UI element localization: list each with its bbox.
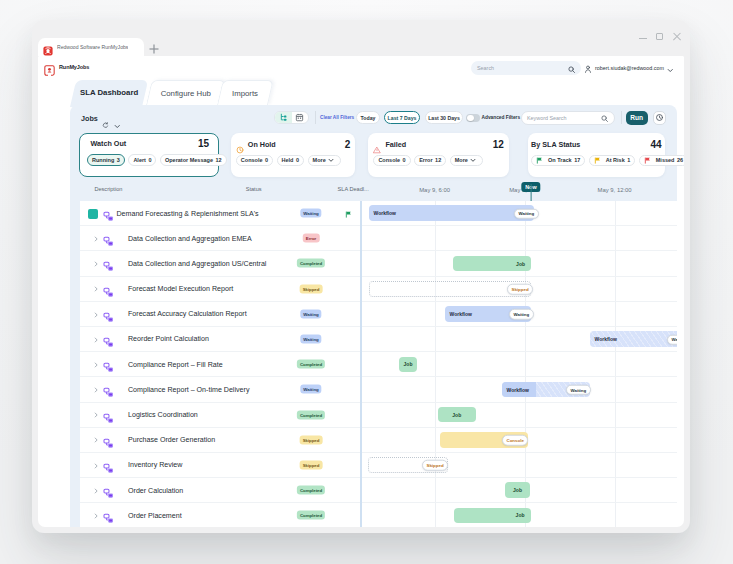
gantt-bar-label: Job bbox=[404, 361, 413, 367]
filter-pill-alert[interactable]: Alert0 bbox=[128, 154, 156, 166]
expand-chevron-icon[interactable] bbox=[93, 362, 99, 368]
calendar-view-button[interactable] bbox=[292, 112, 309, 123]
filter-pill-on-track[interactable]: On Track17 bbox=[531, 155, 585, 167]
running-indicator-icon[interactable] bbox=[88, 209, 98, 219]
pill-label: Missed bbox=[656, 157, 675, 163]
expand-chevron-icon[interactable] bbox=[93, 236, 99, 242]
card-failed[interactable]: Failed12Console0Error12More bbox=[368, 133, 509, 177]
pill-label: Console bbox=[378, 157, 400, 163]
user-icon bbox=[584, 59, 592, 77]
tab-configure-hub[interactable]: Configure Hub bbox=[146, 80, 226, 105]
close-icon[interactable] bbox=[672, 32, 681, 41]
expand-chevron-icon[interactable] bbox=[93, 261, 99, 267]
gantt-status-pill: Waiting bbox=[667, 334, 677, 345]
filter-pill-at-risk[interactable]: At Risk1 bbox=[589, 155, 636, 167]
gantt-bar-workflow[interactable]: Workflow bbox=[369, 205, 534, 221]
filter-pill-more[interactable]: More bbox=[308, 155, 342, 167]
column-header-sla-deadl-: SLA Deadl... bbox=[338, 186, 369, 192]
gantt-status-pill: Waiting bbox=[509, 309, 534, 320]
refresh-icon[interactable] bbox=[102, 115, 109, 133]
gantt-bar-label: Workflow bbox=[369, 210, 396, 216]
gantt-bar-label: Job bbox=[516, 261, 531, 267]
run-button[interactable]: Run bbox=[626, 111, 648, 125]
card-by-sla-status[interactable]: By SLA Status44On Track17At Risk1Missed2… bbox=[528, 133, 666, 177]
account-menu[interactable]: robert.siudak@redwood.com bbox=[584, 60, 674, 76]
status-badge: Completed bbox=[297, 511, 325, 520]
gantt-bar-job[interactable]: Job bbox=[454, 508, 531, 524]
gantt-bar-workflow-future[interactable]: Workflow bbox=[590, 331, 677, 347]
pill-label: At Risk bbox=[606, 157, 625, 163]
filter-pill-console[interactable]: Console0 bbox=[236, 155, 273, 167]
expand-chevron-icon[interactable] bbox=[93, 286, 99, 292]
table-row[interactable]: Data Collection and Aggregation US/Centr… bbox=[80, 251, 677, 276]
card-pills: Console0Error12More bbox=[373, 155, 504, 167]
pill-label: More bbox=[313, 157, 326, 163]
table-row[interactable]: Data Collection and Aggregation EMEAErro… bbox=[80, 226, 677, 251]
table-row[interactable]: Inventory ReviewSkippedSkipped bbox=[80, 453, 677, 478]
gantt-bar-job[interactable]: Job bbox=[438, 407, 477, 423]
range-pill-today[interactable]: Today bbox=[356, 111, 380, 124]
timeline-divider bbox=[360, 201, 362, 527]
search-icon bbox=[601, 109, 609, 127]
status-badge: Waiting bbox=[300, 385, 321, 394]
pill-label: Operator Message bbox=[165, 157, 213, 163]
row-description: Forecast Accuracy Calculation Report bbox=[128, 310, 247, 318]
filter-pill-error[interactable]: Error12 bbox=[414, 155, 446, 167]
expand-chevron-icon[interactable] bbox=[93, 488, 99, 494]
gantt-bar-label: Workflow bbox=[502, 387, 529, 393]
table-row[interactable]: Order PlacementCompletedJob bbox=[80, 503, 677, 527]
expand-chevron-icon[interactable] bbox=[93, 513, 99, 519]
table-row[interactable]: Reorder Point CalculationWaitingWorkflow… bbox=[80, 327, 677, 352]
pill-value: 17 bbox=[574, 157, 580, 163]
expand-chevron-icon[interactable] bbox=[93, 312, 99, 318]
run-history-button[interactable] bbox=[653, 111, 667, 125]
expand-chevron-icon[interactable] bbox=[93, 337, 99, 343]
filter-pill-running[interactable]: Running3 bbox=[87, 154, 125, 166]
card-watch-out[interactable]: Watch Out15Running3Alert0Operator Messag… bbox=[79, 133, 219, 177]
row-description: Reorder Point Calculation bbox=[128, 335, 209, 343]
range-pill-last-30-days[interactable]: Last 30 Days bbox=[425, 111, 463, 124]
gantt-status-pill: Skipped bbox=[507, 284, 533, 295]
clear-all-filters-link[interactable]: Clear All Filters bbox=[320, 115, 354, 120]
tab-imports[interactable]: Imports bbox=[217, 80, 273, 105]
range-pill-last-7-days[interactable]: Last 7 Days bbox=[384, 111, 420, 124]
gantt-bar-job[interactable]: Job bbox=[453, 256, 531, 272]
card-on-hold[interactable]: On Hold2Console0Held0More bbox=[231, 133, 356, 177]
gantt-bar-job[interactable]: Job bbox=[505, 482, 531, 498]
new-tab-icon[interactable] bbox=[148, 41, 160, 53]
chevron-down-icon[interactable] bbox=[114, 115, 121, 133]
minimize-icon[interactable] bbox=[639, 38, 647, 39]
table-row[interactable]: Compliance Report – On-time DeliveryWait… bbox=[80, 377, 677, 402]
filter-pill-more[interactable]: More bbox=[450, 155, 484, 167]
keyword-search-input[interactable]: Keyword Search bbox=[521, 111, 615, 125]
pill-value: 12 bbox=[215, 157, 221, 163]
tab-sla-dashboard[interactable]: SLA Dashboard bbox=[70, 80, 148, 107]
filter-pill-console[interactable]: Console0 bbox=[373, 155, 410, 167]
desktop-background: Redwood Software RunMyJobs RunMyJobs Sea… bbox=[0, 0, 733, 564]
gantt-view-button[interactable] bbox=[275, 112, 292, 123]
table-row[interactable]: Order CalculationCompletedJob bbox=[80, 478, 677, 503]
table-row[interactable]: Forecast Model Execution ReportSkippedSk… bbox=[80, 277, 677, 302]
expand-chevron-icon[interactable] bbox=[93, 412, 99, 418]
table-row[interactable]: Demand Forecasting & Replenishment SLA's… bbox=[80, 201, 677, 226]
card-count: 44 bbox=[650, 139, 661, 150]
filter-pill-operator-message[interactable]: Operator Message12 bbox=[160, 154, 227, 166]
expand-chevron-icon[interactable] bbox=[93, 437, 99, 443]
expand-chevron-icon[interactable] bbox=[93, 463, 99, 469]
table-row[interactable]: Forecast Accuracy Calculation ReportWait… bbox=[80, 302, 677, 327]
table-row[interactable]: Purchase Order GenerationSkippedConsole bbox=[80, 428, 677, 453]
gantt-bar-job[interactable]: Job bbox=[399, 357, 417, 373]
card-pills: On Track17At Risk1Missed26 bbox=[531, 155, 662, 167]
expand-chevron-icon[interactable] bbox=[93, 387, 99, 393]
advanced-filters-toggle[interactable] bbox=[466, 114, 480, 123]
status-badge: Completed bbox=[297, 486, 325, 495]
filter-pill-held[interactable]: Held0 bbox=[277, 155, 304, 167]
global-search-input[interactable]: Search bbox=[471, 61, 581, 75]
table-row[interactable]: Compliance Report – Fill RateCompletedJo… bbox=[80, 352, 677, 377]
card-title: Failed bbox=[385, 140, 406, 149]
maximize-icon[interactable] bbox=[656, 33, 663, 40]
filter-pill-missed[interactable]: Missed26 bbox=[639, 155, 684, 167]
browser-tab[interactable]: Redwood Software RunMyJobs bbox=[38, 38, 144, 56]
divider bbox=[621, 111, 622, 124]
table-row[interactable]: Logistics CoordinationCompletedJob bbox=[80, 403, 677, 428]
